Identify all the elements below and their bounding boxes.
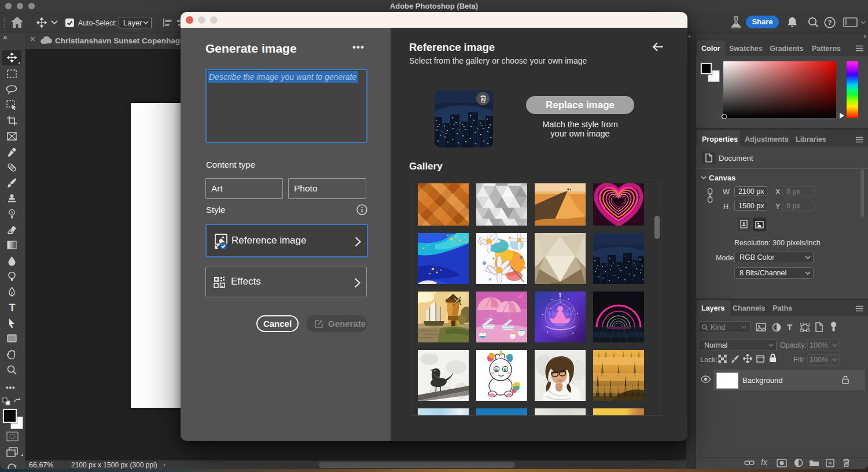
svg-text:?: ? bbox=[827, 19, 832, 26]
